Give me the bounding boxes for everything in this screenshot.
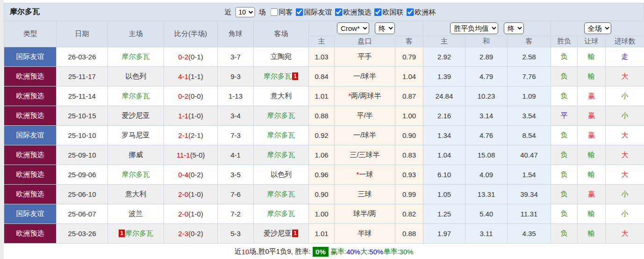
filter-checkboxes: 同客国际友谊欧洲预选欧国联欧洲杯 xyxy=(268,8,436,17)
team-name: 爱沙尼亚 xyxy=(264,229,292,237)
team-name: 罗马尼亚 xyxy=(122,131,150,139)
match-row: 欧洲预选25-11-17以色列4-1(1-1)9-3摩尔多瓦10.84一/球半1… xyxy=(4,67,644,86)
handicap-away-odds: 1.00 xyxy=(395,106,423,126)
avg-draw-odds: 4.79 xyxy=(465,67,508,86)
filter-option-4[interactable]: 欧洲杯 xyxy=(407,8,436,17)
avg-away-odds: 39.34 xyxy=(508,185,551,204)
filter-option-3[interactable]: 欧国联 xyxy=(374,8,404,17)
avg-home-odds: 24.84 xyxy=(423,86,465,106)
team-name: 摩尔多瓦 xyxy=(267,131,295,139)
team-name: 摩尔多瓦 xyxy=(264,72,292,80)
handicap-line: *一球 xyxy=(335,165,395,185)
recent-count-select[interactable]: 10 xyxy=(236,7,255,17)
handicap-line: 一/球半 xyxy=(335,67,395,86)
halftime-score: (5-0) xyxy=(190,151,205,159)
away-team: 爱沙尼亚1 xyxy=(254,224,309,244)
avg-away-odds: 3.54 xyxy=(508,106,551,126)
match-type-badge: 欧洲预选 xyxy=(4,224,57,244)
col-header-score: 比分(半场) xyxy=(164,21,218,47)
avg-draw-odds: 10.23 xyxy=(465,86,508,106)
footer-segment-3: 0% xyxy=(313,247,329,257)
handicap-result: 輸 xyxy=(578,145,606,165)
avg-home-odds: 1.25 xyxy=(423,204,465,224)
away-team: 以色列 xyxy=(254,165,309,185)
footer-segment-5: 40% xyxy=(346,248,360,256)
handicap-result: 輸 xyxy=(578,47,606,67)
fulltime-score: 4-1 xyxy=(178,72,188,80)
fulltime-score: 2-0 xyxy=(178,210,188,218)
avg-away-odds: 40.47 xyxy=(508,145,551,165)
avg-away-odds: 1.09 xyxy=(508,86,551,106)
handicap-home-odds: 1.01 xyxy=(309,86,335,106)
avg-away-odds: 7.76 xyxy=(508,67,551,86)
match-date: 25-11-17 xyxy=(57,67,108,86)
handicap-line: 半球 xyxy=(335,224,395,244)
page-title: 摩尔多瓦 xyxy=(10,7,40,17)
footer-segment-7: 50% xyxy=(369,248,383,256)
match-type-badge: 欧洲预选 xyxy=(4,145,57,165)
sub-header-8: 进球数 xyxy=(606,36,644,47)
home-team: 摩尔多瓦 xyxy=(108,165,164,185)
avg-home-odds: 1.05 xyxy=(423,185,465,204)
team-name: 摩尔多瓦 xyxy=(267,209,295,217)
corners-cell: 3-4 xyxy=(218,106,254,126)
match-row: 国际友谊26-03-26摩尔多瓦0-2(0-1)3-7立陶宛1.03平手0.79… xyxy=(4,47,644,67)
halftime-score: (2-1) xyxy=(188,131,203,139)
filter-checkbox-4[interactable] xyxy=(407,8,414,16)
filter-checkbox-label: 欧国联 xyxy=(383,8,404,17)
match-date: 26-03-26 xyxy=(57,47,108,67)
fulltime-score: 2-3 xyxy=(178,230,188,237)
corners-cell: 7-3 xyxy=(218,126,254,145)
recent-label-suffix: 场 xyxy=(259,8,266,17)
avg-away-odds: 8.54 xyxy=(508,126,551,145)
score-cell: 0-4(0-2) xyxy=(164,165,218,185)
bookmaker-select[interactable]: Crow* xyxy=(337,22,369,34)
home-team: 爱沙尼亚 xyxy=(108,106,164,126)
footer-segment-4: 赢率: xyxy=(330,247,346,256)
winlose-result: 负 xyxy=(551,204,578,224)
team-name: 摩尔多瓦 xyxy=(125,229,153,237)
home-team: 以色列 xyxy=(108,67,164,86)
stats-panel: 摩尔多瓦 近 10 场 同客国际友谊欧洲预选欧国联欧洲杯 类型 日期 主场 比分… xyxy=(4,3,644,259)
handicap-away-odds: 1.04 xyxy=(395,67,423,86)
col-header-home: 主场 xyxy=(108,21,164,47)
match-row: 欧洲预选25-10-15爱沙尼亚1-1(1-0)3-4摩尔多瓦0.88平/半1.… xyxy=(4,106,644,126)
recent-label-prefix: 近 xyxy=(225,8,232,17)
avg-away-odds: 1.54 xyxy=(508,165,551,185)
score-cell: 1-1(1-0) xyxy=(164,106,218,126)
handicap-line: 三/三球半 xyxy=(335,145,395,165)
filter-checkbox-1[interactable] xyxy=(296,8,303,16)
team-name: 摩尔多瓦 xyxy=(122,52,150,60)
filter-checkbox-2[interactable] xyxy=(335,8,343,16)
goals-result: 大 xyxy=(606,224,644,244)
score-cell: 0-2(0-0) xyxy=(164,86,218,106)
filter-checkbox-3[interactable] xyxy=(374,8,382,16)
col-header-type: 类型 xyxy=(4,21,57,47)
halftime-score: (1-1) xyxy=(188,72,203,80)
filter-option-0[interactable]: 同客 xyxy=(271,8,293,17)
average-time-select[interactable]: 终 xyxy=(504,22,524,34)
filter-checkbox-label: 国际友谊 xyxy=(304,8,332,17)
halftime-score: (0-2) xyxy=(188,230,203,237)
filter-checkbox-label: 同客 xyxy=(279,8,293,17)
filter-option-2[interactable]: 欧洲预选 xyxy=(335,8,372,17)
match-date: 25-09-10 xyxy=(57,145,108,165)
handicap-home-odds: 1.06 xyxy=(309,145,335,165)
avg-away-odds: 4.35 xyxy=(508,224,551,244)
team-name: 摩尔多瓦 xyxy=(267,111,295,119)
match-type-badge: 欧洲预选 xyxy=(4,67,57,86)
handicap-time-select[interactable]: 终 xyxy=(375,22,395,34)
avg-draw-odds: 13.31 xyxy=(465,185,508,204)
away-team: 摩尔多瓦 xyxy=(254,185,309,204)
match-date: 25-06-07 xyxy=(57,204,108,224)
filter-option-1[interactable]: 国际友谊 xyxy=(296,8,332,17)
fulltime-select[interactable]: 全场 xyxy=(584,22,611,34)
handicap-away-odds: 0.82 xyxy=(395,204,423,224)
handicap-result: 輸 xyxy=(578,67,606,86)
filter-checkbox-0[interactable] xyxy=(271,8,278,16)
avg-draw-odds: 2.89 xyxy=(465,47,508,67)
average-type-select[interactable]: 胜平负均值 xyxy=(450,22,498,34)
match-history-table: 类型 日期 主场 比分(半场) 角球 客场 Crow* 终 胜平负均值 终 全场… xyxy=(4,21,644,244)
match-row: 欧洲预选25-03-261摩尔多瓦2-3(0-2)5-3爱沙尼亚11.01半球0… xyxy=(4,224,644,244)
team-name: 波兰 xyxy=(129,209,143,217)
